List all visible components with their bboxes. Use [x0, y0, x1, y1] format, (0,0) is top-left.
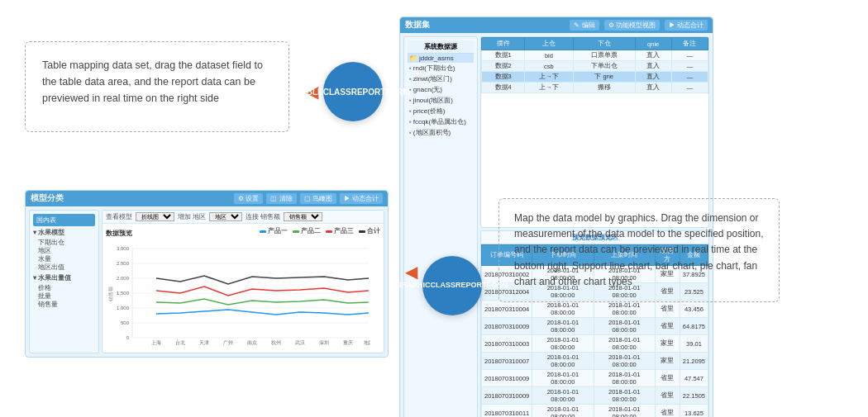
tree-item-label-1: rndi(下期出仓) — [413, 64, 455, 73]
edit-btn[interactable]: ✎ 编辑 — [570, 20, 599, 31]
tree-item-2[interactable]: ▪ zinwi(地区门) — [408, 73, 474, 84]
table-cell: 13.625 — [680, 405, 708, 418]
table-icon-4: ▪ — [409, 97, 412, 104]
toolbar-label-1: 查看模型 — [106, 213, 132, 221]
table-cell: 2018-01-01 08:00:00 — [532, 405, 594, 418]
drag-cell: bid — [525, 50, 574, 61]
svg-text:500: 500 — [121, 320, 130, 325]
tree-item-5[interactable]: ▪ price(价格) — [408, 106, 474, 116]
region-select[interactable]: 地区 — [209, 212, 242, 221]
bottom-arrow-icon — [405, 262, 417, 282]
legend-4: 合计 — [359, 227, 380, 235]
table-row: 20180703100092018-01-01 08:00:002018-01-… — [482, 387, 708, 405]
dynamic-total-btn[interactable]: ▶ 动态合计 — [665, 20, 708, 31]
svg-text:重庆: 重庆 — [343, 339, 353, 345]
table-icon-1: ▪ — [409, 64, 412, 72]
legend-3: 产品三 — [326, 227, 354, 235]
svg-text:天津: 天津 — [199, 340, 209, 345]
chart-settings-btn[interactable]: ⚙ 设置 — [234, 193, 263, 204]
bottom-section: 模型分类 ⚙ 设置 ◫ 清除 ▢ 鸟瞰图 ▶ 动态合计 国内表 ▾ 水果模型 下… — [25, 190, 851, 358]
drag-row-1: 数据1 bid 口票单票 直入 — — [482, 50, 708, 61]
svg-text:地区: 地区 — [363, 340, 370, 345]
chart-tab-label[interactable]: 国内表 — [33, 214, 95, 226]
drag-cell: 数据1 — [482, 50, 525, 61]
table-cell: 省里 — [655, 387, 680, 405]
bottom-badge: GRAPHIC CLASS REPORT FORM — [422, 256, 482, 315]
tree-item-root[interactable]: 📁 jdddr_asrns — [408, 54, 474, 63]
bottom-badge-line2: CLASS — [431, 281, 456, 291]
table-cell: 47.547 — [680, 370, 708, 387]
chart-legend: 产品一 产品二 产品三 — [260, 227, 380, 235]
table-cell: 省里 — [655, 405, 680, 418]
metric-select[interactable]: 销售额 — [284, 212, 322, 221]
badge-line3: REPORT — [351, 87, 386, 97]
top-description-box: Table mapping data set, drag the dataset… — [25, 41, 289, 132]
table-panel-title: 数据集 — [405, 20, 565, 31]
drag-cell: 直入 — [635, 72, 671, 83]
drag-cell: csb — [525, 61, 574, 72]
table-cell: 2018-01-01 08:00:00 — [594, 405, 655, 418]
chart-tree-item-2[interactable]: 地区 — [33, 247, 95, 255]
legend-label-2: 产品二 — [301, 227, 321, 235]
drag-cell: 下 gne — [573, 72, 635, 83]
tree-item-7[interactable]: ▪ (地区面积号) — [408, 127, 474, 138]
svg-text:台北: 台北 — [175, 340, 185, 345]
chart-tree-item-4[interactable]: 地区出值 — [33, 263, 95, 272]
table-cell: 2018070310009 — [482, 387, 532, 405]
bottom-connector: GRAPHIC CLASS REPORT FORM — [405, 227, 482, 315]
legend-1: 产品一 — [260, 227, 288, 235]
table-icon-2: ▪ — [409, 75, 412, 83]
drag-cell: — — [671, 61, 708, 72]
system-datasource-label: 系统数据源 — [408, 40, 474, 54]
chart-birdview-btn[interactable]: ▢ 鸟瞰图 — [300, 193, 336, 204]
chart-tree-item-7[interactable]: 销售量 — [33, 301, 95, 309]
bottom-description-text: Map the data model by graphics. Drag the… — [514, 212, 764, 287]
table-icon-7: ▪ — [409, 129, 412, 136]
svg-text:0: 0 — [126, 335, 130, 340]
chart-dynamic-btn[interactable]: ▶ 动态合计 — [340, 193, 383, 204]
tree-item-label-5: price(价格) — [413, 107, 446, 116]
svg-text:2,500: 2,500 — [117, 261, 130, 266]
svg-text:武汉: 武汉 — [295, 340, 305, 345]
legend-dot-4 — [359, 230, 365, 233]
drag-cell: 上→下 — [525, 83, 574, 93]
chart-tree-item-6[interactable]: 批量 — [33, 292, 95, 301]
folder-icon: 📁 — [409, 54, 417, 62]
svg-text:1,000: 1,000 — [117, 306, 130, 310]
tree-item-label-3: gnacn(无) — [413, 85, 442, 94]
th-beizhu: 备注 — [671, 38, 708, 50]
drag-row-4: 数据4 上→下 搬移 直入 — — [482, 83, 708, 93]
legend-dot-2 — [293, 230, 299, 233]
model-select[interactable]: 折线图柱状图饼图 — [136, 212, 174, 221]
drag-row-3: 数据3 上→下 下 gne 直入 — — [482, 72, 708, 83]
table-cell: 2018070310009 — [482, 370, 532, 387]
tree-item-6[interactable]: ▪ fccqk(单品属出仓) — [408, 116, 474, 127]
chart-tree-item-1[interactable]: 下期出仓 — [33, 239, 95, 247]
th-shang: 上仓 — [525, 38, 574, 50]
chart-clear-btn[interactable]: ◫ 清除 — [266, 193, 296, 204]
tree-item-3[interactable]: ▪ gnacn(无) — [408, 84, 474, 95]
th-qnie: qnie — [635, 38, 671, 50]
chart-panel-titlebar: 模型分类 ⚙ 设置 ◫ 清除 ▢ 鸟瞰图 ▶ 动态合计 — [26, 191, 388, 206]
tree-item-label-6: fccqk(单品属出仓) — [413, 117, 466, 126]
toolbar-label-2: 增加 地区 — [178, 213, 206, 221]
tree-item-4[interactable]: ▪ jinoui(地区面) — [408, 95, 474, 106]
bottom-description-box: Map the data model by graphics. Drag the… — [498, 198, 780, 302]
svg-text:广州: 广州 — [223, 339, 233, 345]
table-cell: 2018-01-01 08:00:00 — [594, 370, 655, 387]
tree-item-1[interactable]: ▪ rndi(下期出仓) — [408, 63, 474, 73]
tree-item-label-0: jdddr_asrns — [419, 54, 454, 62]
top-badge: TABLE CLASS REPORT FORM — [323, 62, 383, 121]
function-model-btn[interactable]: ⚙ 功能模型视图 — [604, 20, 660, 31]
chart-toolbar: 查看模型 折线图柱状图饼图 增加 地区 地区 连接 销售额 销售额 — [103, 211, 384, 224]
line-chart-svg: 3,000 2,500 2,000 1,500 1,000 500 0 — [106, 240, 370, 348]
svg-text:2,000: 2,000 — [117, 276, 130, 281]
drag-cell: — — [671, 72, 708, 83]
chart-tree-item-5[interactable]: 价格 — [33, 284, 95, 292]
chart-tree-item-3[interactable]: 水量 — [33, 255, 95, 263]
svg-text:3,000: 3,000 — [117, 246, 130, 251]
drag-cell: 口票单票 — [573, 50, 635, 61]
badge-line4: FORM — [385, 87, 409, 97]
legend-label-3: 产品三 — [334, 227, 354, 235]
chart-panel: 模型分类 ⚙ 设置 ◫ 清除 ▢ 鸟瞰图 ▶ 动态合计 国内表 ▾ 水果模型 下… — [25, 190, 389, 358]
